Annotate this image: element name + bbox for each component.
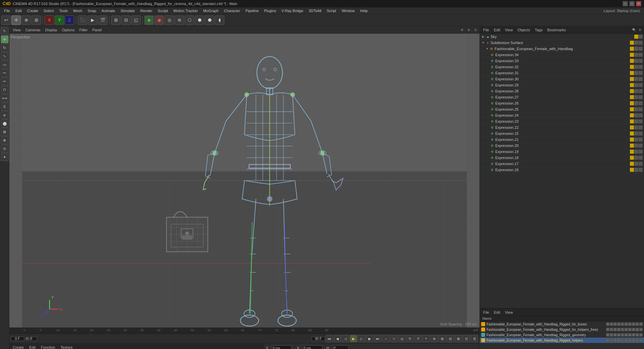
tree-item-expr26[interactable]: ⊞ Expression.26 xyxy=(480,100,644,106)
bottom-item-geometry[interactable]: Fashionable_European_Female_with_Handbag… xyxy=(480,332,644,338)
menu-character[interactable]: Character xyxy=(221,8,243,13)
menu-create[interactable]: Create xyxy=(25,8,41,13)
timeline-extra4[interactable]: ⊠ xyxy=(455,335,462,342)
axis-x-button[interactable]: X xyxy=(45,15,54,25)
transform-tool[interactable]: ⊕ xyxy=(21,15,31,25)
tool-select[interactable]: ↖ xyxy=(1,27,9,35)
viewport-canvas[interactable]: Perspective Brows Eyes R LR L Smiles Fri… xyxy=(9,34,479,327)
sky-ctrl-2[interactable] xyxy=(639,35,643,39)
vp-menu-cameras[interactable]: Cameras xyxy=(24,27,43,33)
tree-item-expr29[interactable]: ⊞ Expression.29 xyxy=(480,82,644,88)
menu-mograph[interactable]: MoGraph xyxy=(200,8,221,13)
timeline-extra2[interactable]: ⊞ xyxy=(439,335,446,342)
window-controls[interactable]: ─ □ ✕ xyxy=(623,1,641,6)
obj-menu-bookmarks[interactable]: Bookmarks xyxy=(545,27,568,33)
menu-plugins[interactable]: Plugins xyxy=(261,8,279,13)
axis-y-button[interactable]: Y xyxy=(55,15,64,25)
tool-spline[interactable]: 〜 xyxy=(1,69,9,77)
menu-pipeline[interactable]: Pipeline xyxy=(243,8,261,13)
tree-item-expr17[interactable]: ⊞ Expression.17 xyxy=(480,161,644,167)
tree-item-expr19[interactable]: ⊞ Expression.19 xyxy=(480,149,644,155)
tree-item-expr30[interactable]: ⊞ Expression.30 xyxy=(480,76,644,82)
sky-ctrl-1[interactable] xyxy=(634,35,638,39)
obj-menu-objects[interactable]: Objects xyxy=(515,27,532,33)
subdiv-ctrl-3[interactable] xyxy=(639,41,643,45)
menu-edit[interactable]: Edit xyxy=(13,8,25,13)
tool-scale2[interactable]: ⤡ xyxy=(1,52,9,60)
bottom-object-tree[interactable]: Fashionable_European_Female_with_Handbag… xyxy=(480,321,644,349)
end-frame-input[interactable] xyxy=(312,337,325,341)
object-btn-7[interactable]: ⬣ xyxy=(205,15,214,25)
tool-polygon[interactable]: ▭ xyxy=(1,61,9,69)
tree-item-expr28[interactable]: ⊞ Expression.28 xyxy=(480,88,644,94)
bottom-menu-edit[interactable]: Edit xyxy=(492,310,502,315)
timeline-extra1[interactable]: ⊛ xyxy=(430,335,438,342)
keyframe-button[interactable]: ⌖ xyxy=(422,335,430,342)
object-tree[interactable]: ▶ ☁ Sky ▼ ◈ Subdivision Surface xyxy=(480,34,644,308)
minimize-button[interactable]: ─ xyxy=(623,1,628,6)
object-btn-1[interactable]: ◈ xyxy=(144,15,154,25)
menu-help[interactable]: Help xyxy=(358,8,371,13)
bottom-menu-file[interactable]: File xyxy=(481,310,491,315)
mat-menu-create[interactable]: Create xyxy=(11,345,26,349)
move-tool[interactable]: ✛ xyxy=(11,15,21,25)
close-button[interactable]: ✕ xyxy=(636,1,641,6)
view-mode-1[interactable]: ⊞ xyxy=(111,15,121,25)
mat-menu-edit[interactable]: Edit xyxy=(27,345,38,349)
obj-menu-file[interactable]: File xyxy=(481,27,491,33)
frame-sub-input[interactable] xyxy=(30,337,37,341)
tree-item-expr24[interactable]: ⊞ Expression.24 xyxy=(480,112,644,118)
tree-item-expr15[interactable]: ⊞ Expression.15 xyxy=(480,130,644,137)
tree-item-expr27[interactable]: ⊞ Expression.27 xyxy=(480,94,644,100)
bottom-item-helpers-freez[interactable]: Fashionable_European_Female_with_Handbag… xyxy=(480,327,644,332)
menu-render[interactable]: Render xyxy=(138,8,155,13)
render-pic-button[interactable]: 🎬 xyxy=(98,15,107,25)
tree-item-expr34[interactable]: ⊞ Expression.34 xyxy=(480,52,644,58)
subdiv-ctrl-2[interactable] xyxy=(634,41,638,45)
tool-magnet[interactable]: ⊓ xyxy=(1,86,9,94)
auto-key-button[interactable]: ⊙ xyxy=(390,335,398,342)
bottom-menu-view[interactable]: View xyxy=(503,310,515,315)
prev-key-button[interactable]: ◀ xyxy=(334,335,341,342)
vp-menu-view[interactable]: View xyxy=(11,27,23,33)
tool-camera[interactable]: ⊙ xyxy=(1,145,9,153)
bottom-item-helpers[interactable]: Fashionable_European_Female_with_Handbag… xyxy=(480,338,644,343)
object-btn-5[interactable]: ⬡ xyxy=(185,15,194,25)
menu-window[interactable]: Window xyxy=(339,8,357,13)
tree-expand-sky[interactable]: ▶ xyxy=(481,35,485,39)
timeline-extra5[interactable]: ⊡ xyxy=(463,335,470,342)
object-btn-4[interactable]: ⊛ xyxy=(175,15,184,25)
object-btn-3[interactable]: ◎ xyxy=(165,15,174,25)
menu-tools[interactable]: Tools xyxy=(56,8,71,13)
tool-light[interactable]: ✦ xyxy=(1,153,9,161)
menu-animate[interactable]: Animate xyxy=(99,8,118,13)
tree-expand-subdiv[interactable]: ▼ xyxy=(481,41,485,45)
motion-clip-button[interactable]: ◎ xyxy=(398,335,406,342)
coord-x2-input[interactable] xyxy=(302,345,322,349)
current-frame-input[interactable] xyxy=(11,337,24,341)
tool-brush[interactable]: ⌀ xyxy=(1,111,9,119)
play-forward-button[interactable]: ▶ xyxy=(350,335,357,342)
tree-expand-main[interactable]: ▼ xyxy=(485,47,489,51)
tree-item-expr22[interactable]: ⊞ Expression.22 xyxy=(480,124,644,130)
obj-menu-view[interactable]: View xyxy=(503,27,515,33)
tree-item-expr31[interactable]: ⊞ Expression.31 xyxy=(480,70,644,76)
vp-menu-options[interactable]: Options xyxy=(60,27,77,33)
object-btn-8[interactable]: ⧫ xyxy=(215,15,224,25)
object-btn-6[interactable]: ⬢ xyxy=(195,15,204,25)
tree-item-subdivision[interactable]: ▼ ◈ Subdivision Surface xyxy=(480,40,644,46)
tool-move[interactable]: ✛ xyxy=(1,35,9,43)
bottom-item-bones[interactable]: Fashionable_European_Female_with_Handbag… xyxy=(480,321,644,327)
obj-menu-edit[interactable]: Edit xyxy=(492,27,502,33)
tree-item-expr20[interactable]: ⊞ Expression.20 xyxy=(480,143,644,149)
render-button[interactable]: ▶ xyxy=(88,15,97,25)
vp-menu-filter[interactable]: Filter xyxy=(77,27,89,33)
menu-select[interactable]: Select xyxy=(41,8,57,13)
play-back-button[interactable]: ◁ xyxy=(342,335,349,342)
vp-menu-display[interactable]: Display xyxy=(43,27,59,33)
coord-x-input[interactable] xyxy=(271,345,291,349)
tool-s[interactable]: S xyxy=(1,103,9,111)
tool-knife[interactable]: ✂ xyxy=(1,77,9,85)
go-start-button[interactable]: ⏮ xyxy=(326,335,333,342)
undo-button[interactable]: ↩ xyxy=(1,15,11,25)
